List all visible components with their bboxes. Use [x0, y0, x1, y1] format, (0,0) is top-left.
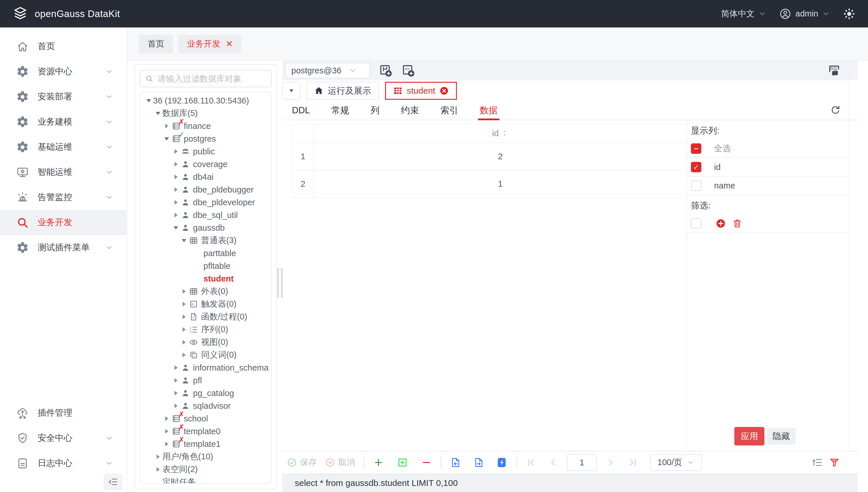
- tree-node[interactable]: pg_catalog: [140, 387, 271, 399]
- caret-right-icon[interactable]: [171, 213, 180, 217]
- tree-node[interactable]: ✓postgres: [140, 132, 271, 145]
- table-row[interactable]: 21: [292, 170, 686, 198]
- caret-down-icon[interactable]: [171, 226, 180, 229]
- caret-down-icon[interactable]: [154, 112, 162, 115]
- page-number-input[interactable]: [567, 454, 597, 471]
- column-checkbox[interactable]: −: [691, 143, 701, 154]
- caret-right-icon[interactable]: [180, 340, 188, 345]
- tree-node[interactable]: parttable: [140, 247, 271, 260]
- tree-node[interactable]: 定时任务: [140, 476, 271, 484]
- page-size-select[interactable]: 100/页: [650, 454, 702, 471]
- caret-right-icon[interactable]: [154, 467, 162, 472]
- export-data-button[interactable]: [473, 457, 485, 468]
- detail-tab[interactable]: 列: [371, 101, 380, 120]
- tree-node[interactable]: A同义词(0): [140, 349, 271, 361]
- caret-right-icon[interactable]: [180, 327, 188, 332]
- sidebar-item[interactable]: 安全中心: [0, 425, 127, 451]
- prev-page-button[interactable]: [548, 457, 558, 468]
- tree-node[interactable]: dbe_sql_util: [140, 209, 271, 221]
- caret-right-icon[interactable]: [180, 289, 188, 294]
- sidebar-item[interactable]: 测试插件菜单: [0, 235, 127, 260]
- cancel-button[interactable]: 取消: [325, 457, 355, 468]
- user-menu[interactable]: admin: [779, 7, 830, 20]
- sidebar-item[interactable]: 首页: [0, 34, 127, 59]
- column-header[interactable]: id: [314, 124, 686, 142]
- detail-tab[interactable]: 常规: [331, 101, 349, 120]
- hide-button[interactable]: 隐藏: [767, 428, 796, 445]
- tree-node[interactable]: pfl: [140, 374, 271, 387]
- add-row-button[interactable]: [373, 457, 384, 468]
- caret-down-icon[interactable]: [144, 99, 153, 102]
- sidebar-item[interactable]: 安装部署: [0, 84, 127, 109]
- export-file-button[interactable]: [496, 457, 508, 469]
- last-page-button[interactable]: [628, 457, 638, 468]
- column-checkbox[interactable]: [691, 180, 701, 191]
- tree-node[interactable]: dbe_pldebugger: [140, 183, 271, 196]
- language-selector[interactable]: 简体中文: [721, 8, 766, 20]
- caret-right-icon[interactable]: [180, 315, 188, 319]
- view-tab[interactable]: 运行及展示: [306, 82, 379, 100]
- sidebar-item[interactable]: 基础运维: [0, 134, 127, 159]
- tree-node[interactable]: public: [140, 145, 271, 158]
- caret-right-icon[interactable]: [171, 365, 180, 370]
- delete-row-button[interactable]: [421, 457, 432, 468]
- tree-node[interactable]: ✗template0: [140, 425, 271, 438]
- tree-node[interactable]: sqladvisor: [140, 399, 271, 412]
- tree-node[interactable]: ✗finance: [140, 120, 271, 132]
- caret-right-icon[interactable]: [171, 391, 180, 395]
- sidebar-item[interactable]: 插件管理: [0, 400, 127, 425]
- sidebar-item[interactable]: 业务建模: [0, 109, 127, 134]
- caret-right-icon[interactable]: [154, 454, 162, 459]
- new-sql-window-button[interactable]: </>: [401, 64, 415, 77]
- caret-right-icon[interactable]: [180, 302, 188, 306]
- tree-node[interactable]: ✗school: [140, 412, 271, 425]
- tree-node[interactable]: db4ai: [140, 171, 271, 183]
- tree-node[interactable]: student: [140, 272, 271, 285]
- tree-node[interactable]: 用户/角色(10): [140, 450, 271, 463]
- caret-right-icon[interactable]: [162, 429, 171, 434]
- caret-right-icon[interactable]: [171, 162, 180, 167]
- caret-down-icon[interactable]: [162, 137, 171, 141]
- tree-node[interactable]: 外表(0): [140, 285, 271, 298]
- caret-right-icon[interactable]: [171, 403, 180, 408]
- tree-node[interactable]: 视图(0): [140, 336, 271, 349]
- detail-tab[interactable]: 约束: [401, 101, 419, 120]
- tab-list-dropdown-button[interactable]: [282, 82, 301, 100]
- page-tab[interactable]: 业务开发✕: [178, 35, 241, 53]
- sidebar-item[interactable]: 资源中心: [0, 59, 127, 84]
- tree-node[interactable]: if()触发器(0): [140, 298, 271, 311]
- caret-right-icon[interactable]: [162, 442, 171, 446]
- sidebar-item[interactable]: 日志中心: [0, 451, 127, 476]
- tree-node[interactable]: 123序列(0): [140, 323, 271, 336]
- detail-tab[interactable]: 索引: [440, 101, 458, 120]
- tree-node[interactable]: information_schema: [140, 361, 271, 374]
- caret-right-icon[interactable]: [171, 200, 180, 205]
- view-tab[interactable]: student: [385, 82, 457, 100]
- sidebar-item[interactable]: 告警监控: [0, 185, 127, 210]
- tree-node[interactable]: 36 (192.168.110.30:5436): [140, 94, 271, 107]
- save-button[interactable]: 保存: [287, 457, 317, 468]
- column-settings-button[interactable]: [812, 457, 823, 468]
- caret-right-icon[interactable]: [162, 124, 171, 128]
- import-data-button[interactable]: [450, 457, 462, 468]
- caret-down-icon[interactable]: [180, 239, 188, 242]
- caret-right-icon[interactable]: [162, 416, 171, 421]
- next-page-button[interactable]: [606, 457, 616, 468]
- detail-tab[interactable]: DDL: [292, 101, 310, 120]
- tree-node[interactable]: 数据库(5): [140, 107, 271, 120]
- delete-filter-button[interactable]: [732, 218, 743, 229]
- refresh-icon[interactable]: [829, 104, 841, 116]
- tree-node[interactable]: </>函数/过程(0): [140, 311, 271, 323]
- tree-node[interactable]: coverage: [140, 158, 271, 171]
- tree-node[interactable]: dbe_pldeveloper: [140, 196, 271, 209]
- apply-button[interactable]: 应用: [734, 427, 765, 445]
- close-icon[interactable]: ✕: [226, 40, 233, 48]
- table-row[interactable]: 12: [292, 143, 686, 170]
- copy-row-button[interactable]: [397, 457, 408, 468]
- column-checkbox[interactable]: ✓: [691, 162, 701, 172]
- sidebar-collapse-button[interactable]: [103, 473, 123, 490]
- tree-search-input[interactable]: [157, 74, 266, 84]
- caret-right-icon[interactable]: [171, 149, 180, 154]
- filter-button[interactable]: [829, 457, 840, 468]
- new-connection-button[interactable]: [379, 64, 393, 77]
